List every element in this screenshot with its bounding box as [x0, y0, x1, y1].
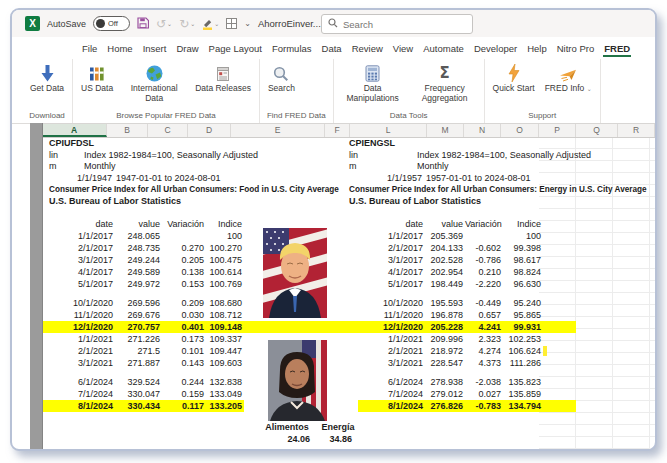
table-cell[interactable]: 279.012: [425, 388, 465, 400]
tab-file[interactable]: File: [81, 40, 98, 57]
tab-formulas[interactable]: Formulas: [271, 40, 313, 57]
table-cell[interactable]: 1/1/2017: [358, 230, 425, 242]
table-cell[interactable]: 100.270: [206, 242, 244, 254]
table-cell[interactable]: 11/1/2020: [43, 309, 115, 321]
table-cell[interactable]: 135.823: [503, 376, 543, 388]
source-food[interactable]: U.S. Bureau of Labor Statistics: [49, 196, 181, 208]
trump-photo[interactable]: [263, 228, 327, 322]
table-cell[interactable]: 3/1/2017: [358, 254, 425, 266]
table-row[interactable]: 1/1/2021209.9962.323102.253: [358, 333, 543, 345]
col-header-L[interactable]: L: [350, 124, 427, 137]
table-cell[interactable]: 248.065: [115, 230, 162, 242]
tab-automate[interactable]: Automate: [422, 40, 465, 57]
table-cell[interactable]: 2/1/2021: [358, 345, 425, 357]
table-cell[interactable]: 269.676: [115, 309, 162, 321]
table-cell[interactable]: 100: [503, 230, 543, 242]
table-cell[interactable]: 205.369: [425, 230, 465, 242]
tab-draw[interactable]: Draw: [175, 40, 199, 57]
table-cell[interactable]: Variación: [162, 218, 206, 230]
table-cell[interactable]: 5/1/2017: [358, 278, 425, 290]
table-row[interactable]: 1/1/2017205.369100: [358, 230, 543, 242]
start-date-energy[interactable]: 1/1/1957: [353, 173, 422, 185]
table-cell[interactable]: 8/1/2024: [358, 400, 425, 412]
fred-search-button[interactable]: Search: [263, 61, 300, 109]
autosave-toggle[interactable]: Off: [93, 16, 130, 31]
table-cell[interactable]: 202.528: [425, 254, 465, 266]
table-row[interactable]: 3/1/2021228.5474.373111.286: [358, 357, 543, 369]
row-header-strip[interactable]: [30, 123, 43, 449]
table-cell[interactable]: 12/1/2020: [358, 321, 425, 333]
table-cell[interactable]: 10/1/2020: [43, 297, 115, 309]
table-cell[interactable]: 98.824: [503, 266, 543, 278]
table-cell[interactable]: 132.838: [206, 376, 244, 388]
table-cell[interactable]: -2.038: [465, 376, 503, 388]
col-header-C[interactable]: C: [148, 124, 188, 137]
table-cell[interactable]: 2/1/2021: [43, 345, 115, 357]
date-range-food[interactable]: 1947-01-01 to 2024-08-01: [116, 173, 221, 185]
food-summary-value[interactable]: 24.06: [259, 434, 310, 446]
table-row[interactable]: 11/1/2020196.8780.65795.865: [358, 309, 543, 321]
table-cell[interactable]: 198.449: [425, 278, 465, 290]
table-cell[interactable]: 278.938: [425, 376, 465, 388]
table-cell[interactable]: 3/1/2017: [43, 254, 115, 266]
tab-developer[interactable]: Developer: [473, 40, 518, 57]
table-row[interactable]: 3/1/2021271.8870.143109.603: [43, 357, 244, 369]
table-cell[interactable]: 0.101: [162, 345, 206, 357]
tab-review[interactable]: Review: [351, 40, 384, 57]
table-cell[interactable]: 3/1/2021: [358, 357, 425, 369]
table-cell[interactable]: 6/1/2024: [358, 376, 425, 388]
table-cell[interactable]: 4/1/2017: [43, 266, 115, 278]
table-cell[interactable]: value: [425, 218, 465, 230]
table-cell[interactable]: 12/1/2020: [43, 321, 115, 333]
table-cell[interactable]: 2/1/2017: [358, 242, 425, 254]
table-row[interactable]: 7/1/2024330.0470.159133.049: [43, 388, 244, 400]
table-row[interactable]: 2/1/2021218.9724.274106.624: [358, 345, 543, 357]
table-cell[interactable]: 330.047: [115, 388, 162, 400]
table-cell[interactable]: 202.954: [425, 266, 465, 278]
table-cell[interactable]: 109.148: [206, 321, 244, 333]
tab-fred[interactable]: FRED: [603, 40, 631, 57]
table-row[interactable]: 6/1/2024329.5240.244132.838: [43, 376, 244, 388]
table-cell[interactable]: 5/1/2017: [43, 278, 115, 290]
table-cell[interactable]: 330.434: [115, 400, 162, 412]
frequency-aggregation-button[interactable]: Σ Frequency Aggregation: [409, 61, 481, 109]
series-id-energy[interactable]: CPIENGSL: [349, 138, 395, 150]
table-row[interactable]: 5/1/2017249.9720.153100.769: [43, 278, 244, 290]
table-row[interactable]: 2/1/2017204.133-0.60299.398: [358, 242, 543, 254]
table-cell[interactable]: 0.143: [162, 357, 206, 369]
table-cell[interactable]: Indice: [503, 218, 543, 230]
table-cell[interactable]: 195.593: [425, 297, 465, 309]
table-cell[interactable]: -0.783: [465, 400, 503, 412]
table-cell[interactable]: 218.972: [425, 345, 465, 357]
table-cell[interactable]: 4.241: [465, 321, 503, 333]
table-cell[interactable]: 269.596: [115, 297, 162, 309]
redo-button[interactable]: ↻⌄: [179, 18, 195, 30]
table-cell[interactable]: 0.138: [162, 266, 206, 278]
table-header-row[interactable]: datevalueVariaciónIndice: [358, 218, 543, 230]
table-cell[interactable]: 8/1/2024: [43, 400, 115, 412]
table-cell[interactable]: 3/1/2021: [43, 357, 115, 369]
table-cell[interactable]: 228.547: [425, 357, 465, 369]
table-cell[interactable]: 0.205: [162, 254, 206, 266]
table-cell[interactable]: 271.226: [115, 333, 162, 345]
data-releases-button[interactable]: Data Releases: [190, 61, 256, 109]
table-cell[interactable]: [465, 230, 503, 242]
table-cell[interactable]: 7/1/2024: [358, 388, 425, 400]
table-cell[interactable]: 249.589: [115, 266, 162, 278]
table-cell[interactable]: 329.524: [115, 376, 162, 388]
table-cell[interactable]: 106.624: [503, 345, 543, 357]
table-row[interactable]: 3/1/2017249.2440.205100.475: [43, 254, 244, 266]
document-title[interactable]: AhorroEinver...: [258, 18, 321, 29]
tab-home[interactable]: Home: [106, 40, 133, 57]
table-cell[interactable]: 0.153: [162, 278, 206, 290]
col-header-F[interactable]: F: [325, 124, 350, 137]
table-cell[interactable]: 0.270: [162, 242, 206, 254]
table-row[interactable]: 3/1/2017202.528-0.78698.617: [358, 254, 543, 266]
table-row[interactable]: 11/1/2020269.6760.030108.712: [43, 309, 244, 321]
table-row[interactable]: 12/1/2020205.2284.24199.931: [358, 321, 543, 333]
table-cell[interactable]: -0.786: [465, 254, 503, 266]
table-cell[interactable]: 209.996: [425, 333, 465, 345]
table-cell[interactable]: Variación: [465, 218, 503, 230]
table-cell[interactable]: 276.826: [425, 400, 465, 412]
table-cell[interactable]: 0.027: [465, 388, 503, 400]
